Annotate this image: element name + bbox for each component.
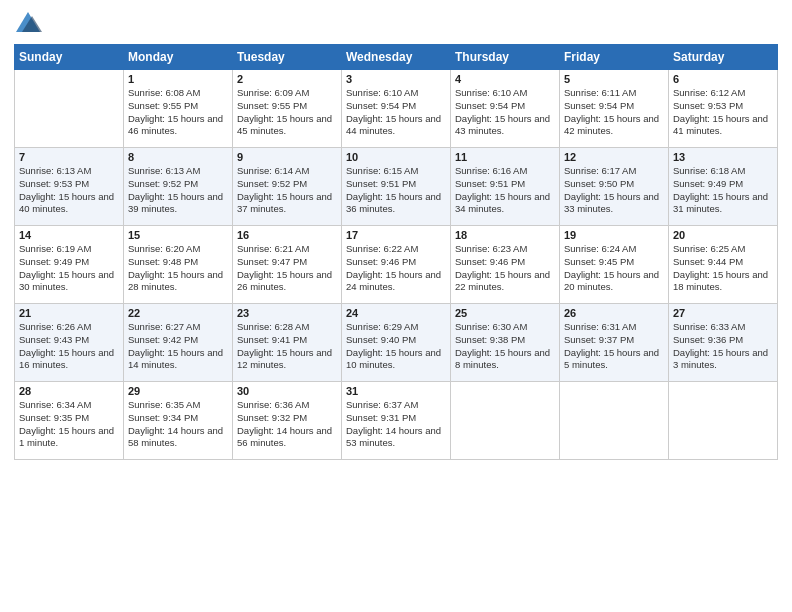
calendar-cell: 20Sunrise: 6:25 AM Sunset: 9:44 PM Dayli… [669,226,778,304]
calendar-cell: 7Sunrise: 6:13 AM Sunset: 9:53 PM Daylig… [15,148,124,226]
calendar-cell: 8Sunrise: 6:13 AM Sunset: 9:52 PM Daylig… [124,148,233,226]
day-number: 30 [237,385,337,397]
day-number: 7 [19,151,119,163]
header-day: Monday [124,45,233,70]
day-number: 9 [237,151,337,163]
header-row-days: SundayMondayTuesdayWednesdayThursdayFrid… [15,45,778,70]
cell-info: Sunrise: 6:19 AM Sunset: 9:49 PM Dayligh… [19,243,119,294]
day-number: 27 [673,307,773,319]
day-number: 26 [564,307,664,319]
day-number: 12 [564,151,664,163]
calendar-cell: 29Sunrise: 6:35 AM Sunset: 9:34 PM Dayli… [124,382,233,460]
calendar-cell: 17Sunrise: 6:22 AM Sunset: 9:46 PM Dayli… [342,226,451,304]
calendar-cell: 1Sunrise: 6:08 AM Sunset: 9:55 PM Daylig… [124,70,233,148]
header-day: Thursday [451,45,560,70]
day-number: 16 [237,229,337,241]
cell-info: Sunrise: 6:20 AM Sunset: 9:48 PM Dayligh… [128,243,228,294]
cell-info: Sunrise: 6:15 AM Sunset: 9:51 PM Dayligh… [346,165,446,216]
calendar-cell: 25Sunrise: 6:30 AM Sunset: 9:38 PM Dayli… [451,304,560,382]
cell-info: Sunrise: 6:17 AM Sunset: 9:50 PM Dayligh… [564,165,664,216]
calendar-cell: 3Sunrise: 6:10 AM Sunset: 9:54 PM Daylig… [342,70,451,148]
calendar-cell: 2Sunrise: 6:09 AM Sunset: 9:55 PM Daylig… [233,70,342,148]
day-number: 3 [346,73,446,85]
calendar-cell: 24Sunrise: 6:29 AM Sunset: 9:40 PM Dayli… [342,304,451,382]
calendar-cell [15,70,124,148]
cell-info: Sunrise: 6:09 AM Sunset: 9:55 PM Dayligh… [237,87,337,138]
calendar-cell: 21Sunrise: 6:26 AM Sunset: 9:43 PM Dayli… [15,304,124,382]
day-number: 6 [673,73,773,85]
cell-info: Sunrise: 6:36 AM Sunset: 9:32 PM Dayligh… [237,399,337,450]
header-day: Tuesday [233,45,342,70]
cell-info: Sunrise: 6:14 AM Sunset: 9:52 PM Dayligh… [237,165,337,216]
calendar-cell: 16Sunrise: 6:21 AM Sunset: 9:47 PM Dayli… [233,226,342,304]
calendar-week: 1Sunrise: 6:08 AM Sunset: 9:55 PM Daylig… [15,70,778,148]
cell-info: Sunrise: 6:27 AM Sunset: 9:42 PM Dayligh… [128,321,228,372]
cell-info: Sunrise: 6:24 AM Sunset: 9:45 PM Dayligh… [564,243,664,294]
calendar-cell: 5Sunrise: 6:11 AM Sunset: 9:54 PM Daylig… [560,70,669,148]
day-number: 5 [564,73,664,85]
calendar-cell: 27Sunrise: 6:33 AM Sunset: 9:36 PM Dayli… [669,304,778,382]
day-number: 17 [346,229,446,241]
calendar-cell: 13Sunrise: 6:18 AM Sunset: 9:49 PM Dayli… [669,148,778,226]
cell-info: Sunrise: 6:34 AM Sunset: 9:35 PM Dayligh… [19,399,119,450]
calendar-cell: 30Sunrise: 6:36 AM Sunset: 9:32 PM Dayli… [233,382,342,460]
calendar-cell: 14Sunrise: 6:19 AM Sunset: 9:49 PM Dayli… [15,226,124,304]
calendar-cell: 23Sunrise: 6:28 AM Sunset: 9:41 PM Dayli… [233,304,342,382]
day-number: 11 [455,151,555,163]
cell-info: Sunrise: 6:37 AM Sunset: 9:31 PM Dayligh… [346,399,446,450]
calendar-table: SundayMondayTuesdayWednesdayThursdayFrid… [14,44,778,460]
header-row [14,10,778,38]
cell-info: Sunrise: 6:33 AM Sunset: 9:36 PM Dayligh… [673,321,773,372]
day-number: 18 [455,229,555,241]
cell-info: Sunrise: 6:10 AM Sunset: 9:54 PM Dayligh… [346,87,446,138]
cell-info: Sunrise: 6:26 AM Sunset: 9:43 PM Dayligh… [19,321,119,372]
day-number: 25 [455,307,555,319]
day-number: 22 [128,307,228,319]
header-day: Friday [560,45,669,70]
cell-info: Sunrise: 6:12 AM Sunset: 9:53 PM Dayligh… [673,87,773,138]
day-number: 23 [237,307,337,319]
cell-info: Sunrise: 6:31 AM Sunset: 9:37 PM Dayligh… [564,321,664,372]
cell-info: Sunrise: 6:13 AM Sunset: 9:53 PM Dayligh… [19,165,119,216]
calendar-cell: 22Sunrise: 6:27 AM Sunset: 9:42 PM Dayli… [124,304,233,382]
cell-info: Sunrise: 6:28 AM Sunset: 9:41 PM Dayligh… [237,321,337,372]
cell-info: Sunrise: 6:18 AM Sunset: 9:49 PM Dayligh… [673,165,773,216]
logo-icon [14,10,42,38]
cell-info: Sunrise: 6:21 AM Sunset: 9:47 PM Dayligh… [237,243,337,294]
cell-info: Sunrise: 6:22 AM Sunset: 9:46 PM Dayligh… [346,243,446,294]
calendar-cell: 12Sunrise: 6:17 AM Sunset: 9:50 PM Dayli… [560,148,669,226]
calendar-cell: 26Sunrise: 6:31 AM Sunset: 9:37 PM Dayli… [560,304,669,382]
day-number: 4 [455,73,555,85]
cell-info: Sunrise: 6:16 AM Sunset: 9:51 PM Dayligh… [455,165,555,216]
calendar-cell: 31Sunrise: 6:37 AM Sunset: 9:31 PM Dayli… [342,382,451,460]
day-number: 31 [346,385,446,397]
cell-info: Sunrise: 6:10 AM Sunset: 9:54 PM Dayligh… [455,87,555,138]
day-number: 29 [128,385,228,397]
calendar-cell: 11Sunrise: 6:16 AM Sunset: 9:51 PM Dayli… [451,148,560,226]
cell-info: Sunrise: 6:08 AM Sunset: 9:55 PM Dayligh… [128,87,228,138]
calendar-cell: 4Sunrise: 6:10 AM Sunset: 9:54 PM Daylig… [451,70,560,148]
day-number: 19 [564,229,664,241]
day-number: 28 [19,385,119,397]
header-day: Wednesday [342,45,451,70]
day-number: 8 [128,151,228,163]
calendar-cell: 15Sunrise: 6:20 AM Sunset: 9:48 PM Dayli… [124,226,233,304]
header-day: Sunday [15,45,124,70]
day-number: 10 [346,151,446,163]
logo [14,10,46,38]
day-number: 21 [19,307,119,319]
calendar-week: 28Sunrise: 6:34 AM Sunset: 9:35 PM Dayli… [15,382,778,460]
calendar-cell: 9Sunrise: 6:14 AM Sunset: 9:52 PM Daylig… [233,148,342,226]
calendar-cell: 19Sunrise: 6:24 AM Sunset: 9:45 PM Dayli… [560,226,669,304]
calendar-week: 21Sunrise: 6:26 AM Sunset: 9:43 PM Dayli… [15,304,778,382]
calendar-cell: 6Sunrise: 6:12 AM Sunset: 9:53 PM Daylig… [669,70,778,148]
cell-info: Sunrise: 6:30 AM Sunset: 9:38 PM Dayligh… [455,321,555,372]
day-number: 20 [673,229,773,241]
calendar-cell [560,382,669,460]
day-number: 15 [128,229,228,241]
cell-info: Sunrise: 6:23 AM Sunset: 9:46 PM Dayligh… [455,243,555,294]
calendar-cell: 28Sunrise: 6:34 AM Sunset: 9:35 PM Dayli… [15,382,124,460]
calendar-cell [451,382,560,460]
page-container: SundayMondayTuesdayWednesdayThursdayFrid… [0,0,792,468]
cell-info: Sunrise: 6:25 AM Sunset: 9:44 PM Dayligh… [673,243,773,294]
